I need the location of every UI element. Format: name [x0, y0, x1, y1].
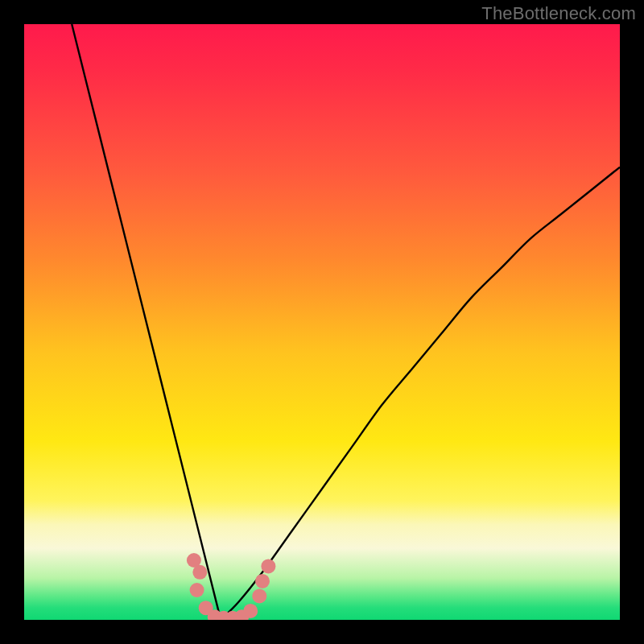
- marker-dot: [255, 574, 270, 588]
- marker-dot: [190, 583, 204, 597]
- plot-area: [24, 24, 620, 620]
- marker-dot: [252, 588, 266, 603]
- curve-left-branch: [72, 24, 221, 620]
- marker-dot: [261, 559, 275, 573]
- curve-right-branch: [221, 167, 620, 620]
- watermark-text: TheBottleneck.com: [481, 3, 636, 24]
- curve-layer: [24, 24, 620, 620]
- chart-frame: TheBottleneck.com: [0, 0, 644, 644]
- marker-dot: [192, 565, 207, 580]
- marker-dot: [243, 604, 258, 618]
